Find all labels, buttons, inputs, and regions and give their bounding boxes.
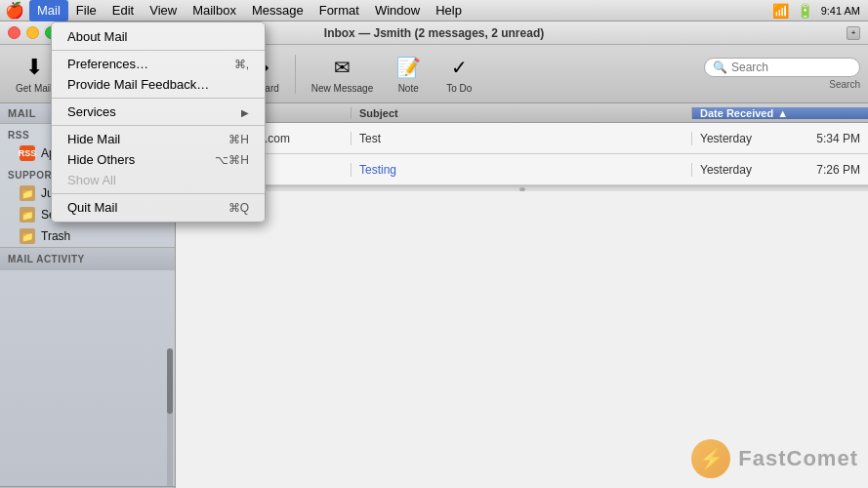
sent-folder-icon: 📁 [20,207,35,223]
date-received-label: Date Received [700,107,773,119]
email-date-2: Yesterday 7:26 PM [692,163,868,177]
email-time-val-2: 7:26 PM [816,163,860,177]
menu-hide-others[interactable]: Hide Others ⌥⌘H [52,149,265,170]
menu-quit-mail[interactable]: Quit Mail ⌘Q [52,197,265,218]
search-input[interactable] [731,61,848,74]
email-subject-1: Test [351,132,692,145]
titlebar-right: + [847,26,860,40]
minimize-button[interactable] [26,26,39,39]
menu-sep-3 [52,125,265,126]
hide-mail-label: Hide Mail [67,132,120,146]
services-label: Services [67,104,116,119]
email-date-val-1: Yesterday [700,132,752,145]
content-area: From Subject Date Received ▲ ort@demo574… [176,103,868,488]
wifi-icon: 📶 [772,3,789,19]
email-time-val-1: 5:34 PM [816,132,860,145]
zoom-button[interactable]: + [847,26,860,40]
menu-sep-2 [52,98,265,99]
window-title: Inbox — Jsmith (2 messages, 2 unread) [324,26,544,40]
table-row[interactable]: ort@demo5747.com Test Yesterday 5:34 PM [176,123,868,154]
preferences-shortcut: ⌘, [234,58,249,71]
mail-dropdown-menu: About Mail Preferences… ⌘, Provide Mail … [51,21,266,223]
divider-handle [519,187,525,191]
table-row[interactable]: J.Smith Testing Yesterday 7:26 PM [176,154,868,185]
new-message-label: New Message [311,83,373,94]
watermark: ⚡ FastComet [691,439,858,478]
menubar-edit[interactable]: Edit [104,0,142,21]
menubar-view[interactable]: View [142,0,185,21]
email-subject-2: Testing [351,163,692,177]
services-arrow [241,105,249,119]
get-mail-label: Get Mail [16,83,52,94]
new-message-button[interactable]: ✉ New Message [304,50,381,98]
search-icon: 🔍 [713,61,727,74]
trash-folder-icon: 📁 [20,228,35,244]
menubar: 🍎 Mail File Edit View Mailbox Message Fo… [0,0,868,21]
feedback-label: Provide Mail Feedback… [67,77,209,92]
menu-hide-mail[interactable]: Hide Mail ⌘H [52,129,265,149]
rss-icon: RSS [20,145,35,161]
hide-others-label: Hide Others [67,152,135,167]
quit-mail-label: Quit Mail [67,200,117,215]
show-all-label: Show All [67,173,116,187]
watermark-logo: ⚡ [691,439,730,478]
menu-about-mail[interactable]: About Mail [52,26,265,47]
menu-sep-4 [52,193,265,194]
menubar-mailbox[interactable]: Mailbox [185,0,244,21]
quit-mail-shortcut: ⌘Q [228,201,249,215]
hide-mail-shortcut: ⌘H [228,133,249,146]
watermark-text: FastComet [738,446,858,471]
menubar-help[interactable]: Help [428,0,470,21]
todo-icon: ✓ [443,54,475,81]
menu-show-all: Show All [52,170,265,190]
menu-feedback[interactable]: Provide Mail Feedback… [52,74,265,95]
junk-folder-icon: 📁 [20,185,35,201]
menu-sep-1 [52,50,265,51]
trash-label: Trash [41,229,70,243]
menubar-window[interactable]: Window [367,0,428,21]
todo-label: To Do [446,83,472,94]
col-date-header: Date Received ▲ [692,107,868,119]
get-mail-icon: ⬇ [19,54,50,81]
note-label: Note [398,83,419,94]
about-mail-label: About Mail [67,29,127,44]
sidebar-scrollbar[interactable] [167,348,173,488]
search-label: Search [829,79,860,90]
col-subject-header: Subject [351,107,692,119]
menubar-message[interactable]: Message [244,0,311,21]
search-container: 🔍 Search [704,58,860,90]
battery-icon: 🔋 [797,3,813,19]
menubar-format[interactable]: Format [311,0,367,21]
email-date-1: Yesterday 5:34 PM [692,132,868,145]
close-button[interactable] [8,26,21,39]
scrollbar-thumb [167,348,173,414]
note-button[interactable]: 📝 Note [385,50,432,98]
menu-preferences[interactable]: Preferences… ⌘, [52,54,265,74]
table-header: From Subject Date Received ▲ [176,103,868,123]
todo-button[interactable]: ✓ To Do [435,50,482,98]
preferences-label: Preferences… [67,57,148,71]
sort-arrow-icon: ▲ [777,107,788,119]
email-date-val-2: Yesterday [700,163,752,177]
search-box[interactable]: 🔍 [704,58,860,77]
menubar-file[interactable]: File [68,0,104,21]
apple-menu-icon[interactable]: 🍎 [0,1,29,20]
hide-others-shortcut: ⌥⌘H [215,153,249,167]
sidebar-item-trash[interactable]: 📁 Trash [0,225,175,247]
menubar-mail[interactable]: Mail [29,0,68,21]
note-icon: 📝 [393,54,424,81]
mail-activity-label: MAIL ACTIVITY [0,247,175,270]
toolbar-sep-2 [295,55,296,94]
new-message-icon: ✉ [327,54,358,81]
scrollbar-track [167,348,173,488]
menu-services[interactable]: Services [52,102,265,122]
clock: 9:41 AM [821,5,860,17]
